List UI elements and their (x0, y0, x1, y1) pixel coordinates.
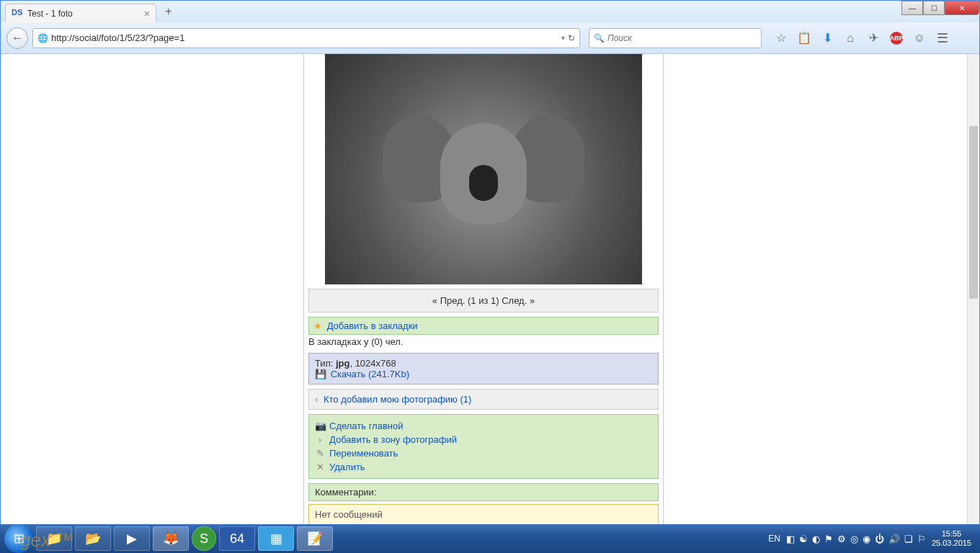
bookmark-star-icon[interactable]: ☆ (775, 32, 788, 45)
who-added-link[interactable]: Кто добавил мою фотографию (1) (324, 394, 471, 405)
home-icon[interactable]: ⌂ (844, 32, 857, 45)
actions-box: 📷Сделать главной ›Добавить в зону фотогр… (308, 414, 659, 479)
star-icon: ★ (313, 320, 322, 331)
file-info-box: Тип: jpg, 1024x768 💾 Скачать (241.7Kb) (308, 353, 659, 385)
bookmarked-count: В закладках у (0) чел. (304, 335, 663, 349)
chevron-right-icon: › (315, 394, 318, 405)
disk-icon: 💾 (315, 369, 326, 379)
window-controls: — ☐ ✕ (901, 1, 979, 15)
tray-icon[interactable]: ◎ (850, 534, 858, 544)
back-button[interactable]: ← (6, 27, 28, 49)
taskbar-app-media[interactable]: ▶ (114, 526, 150, 551)
photo-image[interactable] (325, 54, 642, 284)
taskbar-app-s[interactable]: S (192, 526, 216, 551)
bookmarks-bar: ★ Добавить в закладки (308, 317, 659, 335)
add-bookmark-link[interactable]: Добавить в закладки (327, 320, 418, 331)
clipboard-icon[interactable]: 📋 (798, 32, 811, 45)
close-tab-icon[interactable]: × (144, 8, 150, 19)
url-bar[interactable]: 🌐 ▾ ↻ (32, 28, 580, 48)
favicon-icon: DS (12, 8, 23, 19)
taskbar-app-explorer[interactable]: 📁 (36, 526, 72, 551)
new-tab-button[interactable]: + (161, 5, 177, 19)
face-icon[interactable]: ☺ (913, 32, 926, 45)
tray-icon[interactable]: ◧ (786, 534, 795, 544)
tray-icon[interactable]: ⚙ (837, 534, 846, 544)
file-dimensions: , 1024x768 (349, 358, 396, 369)
globe-icon: 🌐 (37, 33, 48, 43)
tray-icon[interactable]: ☯ (799, 534, 808, 544)
tray-icon[interactable]: ◉ (863, 534, 870, 544)
clock-date: 25.03.2015 (932, 539, 971, 548)
who-added-bar: › Кто добавил мою фотографию (1) (308, 389, 659, 410)
tray-icon[interactable]: 🔊 (888, 534, 900, 544)
delete-link[interactable]: Удалить (329, 462, 365, 472)
search-bar[interactable]: 🔍 (589, 28, 762, 48)
camera-icon: 📷 (315, 421, 325, 431)
toolbar-icons: ☆ 📋 ⬇ ⌂ ✈ ABP ☺ ☰ (775, 32, 949, 45)
tab-title: Test - 1 foto (27, 9, 141, 19)
photo-container (304, 54, 663, 284)
tray-icon[interactable]: ⏻ (875, 534, 884, 544)
comments-header: Комментарии: (308, 483, 659, 501)
file-type-value: jpg (336, 358, 350, 369)
url-input[interactable] (51, 32, 561, 43)
page-content: « Пред. (1 из 1) След. » ★ Добавить в за… (303, 54, 664, 525)
minimize-button[interactable]: — (901, 1, 923, 15)
send-icon[interactable]: ✈ (867, 32, 880, 45)
start-button[interactable]: ⊞ (4, 524, 33, 553)
chevron-right-icon: › (315, 434, 325, 445)
delete-icon: ✕ (315, 462, 325, 472)
taskbar-app-maxthon[interactable]: ▦ (258, 526, 294, 551)
tray-icon[interactable]: ❏ (904, 534, 913, 544)
system-tray: EN ◧ ☯ ◐ ⚑ ⚙ ◎ ◉ ⏻ 🔊 ❏ ⚐ 15:55 25.03.201… (768, 529, 976, 548)
clock[interactable]: 15:55 25.03.2015 (932, 529, 971, 548)
tray-icon[interactable]: ⚑ (824, 534, 833, 544)
search-icon: 🔍 (594, 33, 605, 43)
menu-icon[interactable]: ☰ (936, 32, 949, 45)
scrollbar-thumb[interactable] (969, 126, 978, 299)
file-type-label: Тип: (315, 358, 336, 369)
no-comments-message: Нет сообщений (308, 504, 659, 525)
language-indicator[interactable]: EN (768, 534, 780, 544)
rename-link[interactable]: Переименовать (329, 448, 398, 459)
tray-icons: ◧ ☯ ◐ ⚑ ⚙ ◎ ◉ ⏻ 🔊 ❏ ⚐ (786, 534, 926, 544)
file-type-line: Тип: jpg, 1024x768 (315, 358, 652, 369)
close-window-button[interactable]: ✕ (945, 1, 979, 15)
pencil-icon: ✎ (315, 448, 325, 459)
tray-icon[interactable]: ◐ (812, 534, 820, 544)
taskbar-app-64[interactable]: 64 (219, 526, 255, 551)
pagination-bar[interactable]: « Пред. (1 из 1) След. » (308, 289, 659, 313)
taskbar-app-firefox[interactable]: 🦊 (153, 526, 189, 551)
vertical-scrollbar[interactable] (967, 54, 979, 552)
tray-icon[interactable]: ⚐ (917, 534, 926, 544)
titlebar: DS Test - 1 foto × + — ☐ ✕ (1, 1, 979, 22)
taskbar-apps: 📁 📂 ▶ 🦊 S 64 ▦ 📝 (36, 526, 333, 551)
taskbar-app-notepad[interactable]: 📝 (297, 526, 333, 551)
url-dropdown-icon[interactable]: ▾ (561, 34, 565, 42)
download-link[interactable]: Скачать (241.7Kb) (331, 369, 409, 379)
adblock-icon[interactable]: ABP (890, 32, 903, 45)
add-zone-link[interactable]: Добавить в зону фотографий (329, 434, 457, 445)
maximize-button[interactable]: ☐ (923, 1, 945, 15)
search-input[interactable] (607, 33, 757, 43)
taskbar: ⊞ 📁 📂 ▶ 🦊 S 64 ▦ 📝 EN ◧ ☯ ◐ ⚑ ⚙ ◎ ◉ ⏻ 🔊 … (0, 524, 980, 553)
reload-icon[interactable]: ↻ (568, 33, 575, 43)
browser-window: DS Test - 1 foto × + — ☐ ✕ ← 🌐 ▾ ↻ 🔍 ☆ 📋… (0, 0, 980, 553)
make-main-link[interactable]: Сделать главной (329, 421, 404, 431)
downloads-icon[interactable]: ⬇ (821, 32, 834, 45)
taskbar-app-folder[interactable]: 📂 (75, 526, 111, 551)
content-area: « Пред. (1 из 1) След. » ★ Добавить в за… (1, 54, 979, 552)
browser-tab[interactable]: DS Test - 1 foto × (5, 4, 156, 22)
clock-time: 15:55 (932, 529, 971, 539)
navigation-bar: ← 🌐 ▾ ↻ 🔍 ☆ 📋 ⬇ ⌂ ✈ ABP ☺ ☰ (1, 22, 979, 54)
